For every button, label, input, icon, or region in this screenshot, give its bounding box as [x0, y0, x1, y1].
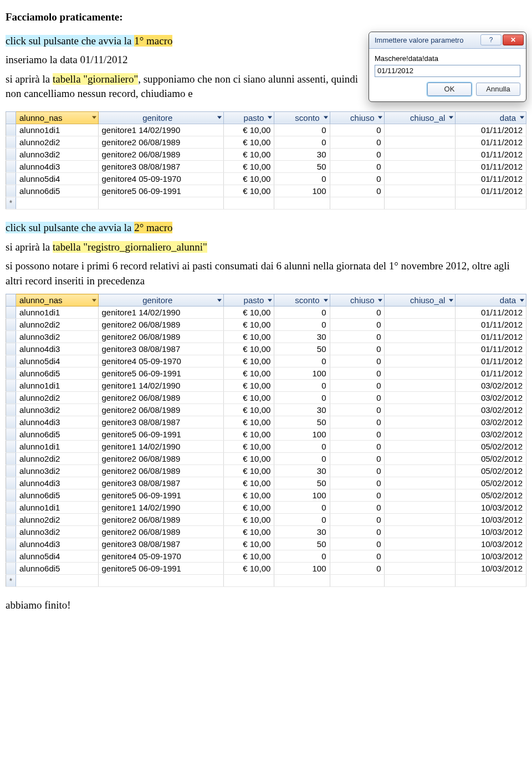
cell[interactable]: 03/02/2012 [456, 380, 526, 392]
cell[interactable]: 0 [274, 136, 330, 148]
cell[interactable]: 30 [274, 465, 330, 477]
table-row[interactable]: alunno5di4genitore4 05-09-1970€ 10,00000… [6, 172, 526, 185]
cell[interactable]: alunno1di1 [16, 124, 99, 136]
cell[interactable]: € 10,00 [224, 538, 274, 550]
cell[interactable]: € 10,00 [224, 355, 274, 367]
col-chiuso_al[interactable]: chiuso_al [385, 111, 456, 124]
table-row[interactable]: alunno1di1genitore1 14/02/1990€ 10,00001… [6, 502, 526, 514]
cell[interactable]: € 10,00 [224, 404, 274, 416]
row-selector[interactable] [6, 185, 16, 197]
table-row[interactable]: alunno2di2genitore2 06/08/1989€ 10,00000… [6, 392, 526, 404]
table-row[interactable]: alunno5di4genitore4 05-09-1970€ 10,00001… [6, 550, 526, 563]
cell[interactable]: € 10,00 [224, 392, 274, 404]
cell[interactable]: 0 [274, 355, 330, 367]
cell[interactable]: 0 [330, 380, 385, 392]
ok-button[interactable]: OK [427, 83, 472, 96]
row-selector[interactable] [6, 477, 16, 489]
cell[interactable]: € 10,00 [224, 453, 274, 465]
cell[interactable]: 05/02/2012 [456, 465, 526, 477]
cell[interactable]: genitore3 08/08/1987 [98, 477, 224, 489]
dropdown-icon[interactable] [378, 116, 382, 119]
cell[interactable]: 0 [330, 404, 385, 416]
cell[interactable]: 0 [330, 538, 385, 550]
cell[interactable]: alunno6di5 [16, 489, 99, 502]
cell[interactable]: alunno3di2 [16, 148, 99, 160]
col-sconto[interactable]: sconto [274, 111, 330, 124]
col-sconto[interactable]: sconto [274, 294, 330, 307]
cell[interactable]: genitore2 06/08/1989 [98, 319, 224, 331]
cell[interactable]: 0 [330, 563, 385, 575]
cell[interactable] [385, 550, 456, 563]
table-row[interactable]: alunno1di1genitore1 14/02/1990€ 10,00000… [6, 441, 526, 453]
table-row[interactable]: alunno2di2genitore2 06/08/1989€ 10,00000… [6, 319, 526, 331]
cell[interactable]: genitore2 06/08/1989 [98, 453, 224, 465]
cell[interactable]: 01/11/2012 [456, 355, 526, 367]
cell[interactable]: 0 [330, 367, 385, 380]
cell[interactable] [385, 563, 456, 575]
cell[interactable]: € 10,00 [224, 367, 274, 380]
cell[interactable]: 0 [330, 355, 385, 367]
cell[interactable]: 30 [274, 331, 330, 343]
row-selector[interactable] [6, 367, 16, 380]
cell[interactable]: alunno4di3 [16, 477, 99, 489]
row-selector[interactable] [6, 465, 16, 477]
cell[interactable]: genitore2 06/08/1989 [98, 331, 224, 343]
cell[interactable]: 0 [330, 148, 385, 160]
cell[interactable]: 0 [274, 550, 330, 563]
cell[interactable]: € 10,00 [224, 465, 274, 477]
cell[interactable]: € 10,00 [224, 380, 274, 392]
col-pasto[interactable]: pasto [224, 294, 274, 307]
cell[interactable] [385, 148, 456, 160]
cell[interactable]: 0 [330, 526, 385, 538]
cell[interactable]: 01/11/2012 [456, 160, 526, 172]
table-row[interactable]: alunno4di3genitore3 08/08/1987€ 10,00500… [6, 416, 526, 428]
dropdown-icon[interactable] [378, 299, 382, 302]
cell[interactable]: 10/03/2012 [456, 514, 526, 526]
table-row[interactable]: alunno1di1genitore1 14/02/1990€ 10,00000… [6, 124, 526, 136]
cell[interactable]: 0 [330, 185, 385, 197]
cell[interactable]: 0 [274, 453, 330, 465]
cell[interactable]: 01/11/2012 [456, 136, 526, 148]
cell[interactable]: 0 [330, 465, 385, 477]
cell[interactable]: 0 [274, 172, 330, 185]
cell[interactable]: 0 [330, 477, 385, 489]
cell[interactable] [385, 428, 456, 441]
dropdown-icon[interactable] [324, 116, 328, 119]
cell[interactable]: 50 [274, 477, 330, 489]
dropdown-icon[interactable] [92, 116, 96, 119]
row-selector[interactable] [6, 148, 16, 160]
cell[interactable]: 05/02/2012 [456, 477, 526, 489]
cell[interactable]: 100 [274, 185, 330, 197]
cell-empty[interactable] [16, 197, 99, 209]
new-row-marker[interactable]: * [6, 575, 16, 587]
dropdown-icon[interactable] [449, 299, 453, 302]
col-data[interactable]: data [456, 111, 526, 124]
row-selector[interactable] [6, 404, 16, 416]
cell[interactable]: € 10,00 [224, 124, 274, 136]
row-selector[interactable] [6, 514, 16, 526]
cell[interactable]: € 10,00 [224, 172, 274, 185]
cell[interactable]: € 10,00 [224, 526, 274, 538]
cell[interactable]: alunno2di2 [16, 453, 99, 465]
cell[interactable]: € 10,00 [224, 343, 274, 355]
cell[interactable]: 100 [274, 563, 330, 575]
cell-empty[interactable] [224, 197, 274, 209]
cell[interactable]: genitore4 05-09-1970 [98, 172, 224, 185]
cell[interactable]: alunno1di1 [16, 441, 99, 453]
cell[interactable]: alunno3di2 [16, 526, 99, 538]
cell[interactable]: 0 [274, 514, 330, 526]
cell[interactable]: 50 [274, 343, 330, 355]
cell[interactable]: genitore5 06-09-1991 [98, 428, 224, 441]
table-row[interactable]: alunno6di5genitore5 06-09-1991€ 10,00100… [6, 185, 526, 197]
dropdown-icon[interactable] [217, 299, 222, 302]
cell[interactable] [385, 416, 456, 428]
col-pasto[interactable]: pasto [224, 111, 274, 124]
cell[interactable]: 03/02/2012 [456, 428, 526, 441]
table-row[interactable]: alunno2di2genitore2 06/08/1989€ 10,00000… [6, 453, 526, 465]
cell[interactable] [385, 477, 456, 489]
cell-empty[interactable] [274, 197, 330, 209]
cell[interactable]: € 10,00 [224, 319, 274, 331]
cell[interactable]: 0 [330, 136, 385, 148]
table-row[interactable]: alunno6di5genitore5 06-09-1991€ 10,00100… [6, 428, 526, 441]
cell[interactable]: 0 [330, 343, 385, 355]
